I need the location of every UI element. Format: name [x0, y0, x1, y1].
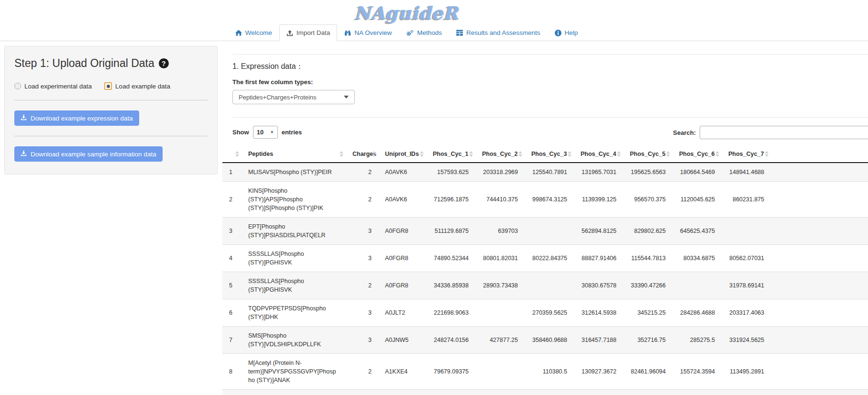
sort-icon[interactable] [765, 151, 769, 157]
cell-phos-cyc-4: 130927.3672 [574, 354, 623, 390]
cell-uniprot-ids: A0AVK6 [378, 163, 426, 182]
column-header-filler [771, 146, 868, 163]
radio-button-selected-icon[interactable] [104, 82, 112, 90]
tab-methods[interactable]: Methods [399, 24, 449, 41]
cell-phos-cyc-5: 956570.375 [623, 182, 672, 218]
column-header-phos-cyc-1[interactable]: Phos_Cyc_1 [426, 146, 475, 163]
cell-phos-cyc-3: 125540.7891 [525, 163, 574, 182]
column-header-label: Phos_Cyc_7 [728, 151, 764, 157]
cell-phos-cyc-5: 829802.625 [623, 218, 672, 245]
column-header-phos-cyc-7[interactable]: Phos_Cyc_7 [722, 146, 771, 163]
cell-filler [771, 299, 868, 327]
column-header-charges[interactable]: Charges [346, 146, 378, 163]
download-sample-information-button[interactable]: Download example sample information data [14, 146, 163, 162]
sort-icon[interactable] [518, 151, 522, 157]
tab-help[interactable]: Help [548, 24, 585, 41]
app-logo: NAguideR [354, 2, 459, 23]
cell-phos-cyc-5: 352716.75 [623, 327, 672, 354]
cell-partial [771, 390, 868, 395]
table-row: 8M[Acetyl (Protein N-term)]NPVYSPGSSGVPY… [222, 354, 868, 390]
column-header-phos-cyc-5[interactable]: Phos_Cyc_5 [623, 146, 672, 163]
column-header-label: Peptides [248, 151, 273, 157]
cell-partial [574, 390, 623, 395]
cell-row-index: 4 [222, 245, 242, 272]
sort-icon[interactable] [666, 151, 670, 157]
cell-phos-cyc-2: 427877.25 [475, 327, 525, 354]
cell-filler [771, 327, 868, 354]
cell-phos-cyc-5: 33390.47266 [623, 272, 672, 299]
column-header-phos-cyc-6[interactable]: Phos_Cyc_6 [672, 146, 722, 163]
cell-phos-cyc-3 [525, 218, 574, 245]
cell-peptides: TQDPVPPETPSDS[Phospho (STY)]DHK [242, 299, 346, 327]
column-header-index[interactable] [222, 146, 242, 163]
download-expression-data-button[interactable]: Download example expression data [14, 110, 139, 126]
sort-icon[interactable] [340, 151, 343, 157]
cell-phos-cyc-2: 28903.73438 [475, 272, 525, 299]
cell-phos-cyc-6: 645625.4375 [672, 218, 722, 245]
cell-phos-cyc-4: 88827.91406 [574, 245, 623, 272]
cell-charges: 3 [346, 245, 378, 272]
divider [232, 117, 868, 118]
cell-phos-cyc-6: 180664.5469 [672, 163, 722, 182]
question-circle-icon[interactable]: ? [159, 58, 169, 68]
sort-icon[interactable] [469, 151, 473, 157]
radio-load-example-data[interactable]: Load example data [104, 82, 170, 90]
sort-icon[interactable] [420, 151, 424, 157]
cell-phos-cyc-7: 203317.4063 [722, 299, 771, 327]
tab-results-assessments[interactable]: Results and Assessments [449, 24, 548, 41]
cell-phos-cyc-5: 115544.7813 [623, 245, 672, 272]
search-input[interactable] [700, 126, 868, 139]
column-header-label: Phos_Cyc_2 [482, 151, 517, 157]
tab-welcome[interactable]: Welcome [228, 24, 279, 41]
panel-title: Step 1: Upload Original Data [14, 57, 154, 70]
column-header-label: Uniprot_IDs [385, 151, 419, 157]
radio-load-experimental-data[interactable]: Load experimental data [14, 83, 92, 90]
table-row-partial [222, 390, 868, 395]
upload-panel: Step 1: Upload Original Data ? Load expe… [4, 46, 218, 175]
cell-filler [771, 245, 868, 272]
page-length-value: 10 [257, 129, 264, 136]
cell-phos-cyc-1: 34336.85938 [426, 272, 475, 299]
cell-phos-cyc-4: 131965.7031 [574, 163, 623, 182]
cell-peptides: SSSSLLAS[Phospho (STY)]PGHISVK [242, 245, 346, 272]
cell-phos-cyc-3: 358460.9688 [525, 327, 574, 354]
home-icon [235, 30, 242, 36]
button-label: Download example sample information data [31, 151, 156, 158]
sort-icon[interactable] [715, 151, 719, 157]
column-header-phos-cyc-4[interactable]: Phos_Cyc_4 [574, 146, 623, 163]
cell-partial [722, 390, 771, 395]
column-header-phos-cyc-2[interactable]: Phos_Cyc_2 [475, 146, 525, 163]
column-header-uniprot-ids[interactable]: Uniprot_IDs [378, 146, 426, 163]
sort-icon[interactable] [617, 151, 621, 157]
tab-import-data[interactable]: Import Data [279, 24, 338, 41]
cell-partial [378, 390, 426, 395]
cell-phos-cyc-5: 82461.96094 [623, 354, 672, 390]
cell-phos-cyc-2 [475, 299, 525, 327]
cell-peptides: SSSSLLAS[Phospho (STY)]PGHISVK [242, 272, 346, 299]
cell-partial [672, 390, 722, 395]
column-types-select[interactable]: Peptides+Charges+Proteins [232, 90, 355, 104]
sort-icon[interactable] [235, 151, 239, 157]
page-length-select[interactable]: 10 ▼ [253, 126, 278, 139]
cell-row-index: 5 [222, 272, 242, 299]
caret-down-icon: ▼ [270, 130, 274, 134]
cell-phos-cyc-1: 221698.9063 [426, 299, 475, 327]
sort-icon[interactable] [568, 151, 571, 157]
table-header-row: PeptidesChargesUniprot_IDsPhos_Cyc_1Phos… [222, 146, 868, 163]
column-header-phos-cyc-3[interactable]: Phos_Cyc_3 [525, 146, 574, 163]
cell-uniprot-ids: A0JLT2 [378, 299, 426, 327]
cell-phos-cyc-3: 80222.84375 [525, 245, 574, 272]
tab-label: NA Overview [354, 29, 392, 36]
cell-phos-cyc-6: 1120045.625 [672, 182, 722, 218]
radio-button-icon[interactable] [14, 83, 21, 89]
cell-partial [346, 390, 378, 395]
tab-na-overview[interactable]: NA Overview [337, 24, 399, 41]
sort-icon[interactable] [372, 151, 376, 157]
radio-label: Load experimental data [24, 83, 92, 90]
column-header-peptides[interactable]: Peptides [242, 146, 346, 163]
cell-phos-cyc-4: 312614.5938 [574, 299, 623, 327]
cell-peptides: M[Acetyl (Protein N-term)]NPVYSPGSSGVPY[… [242, 354, 346, 390]
table-icon [456, 30, 463, 36]
cell-phos-cyc-6: 80334.6875 [672, 245, 722, 272]
cell-phos-cyc-4: 30830.67578 [574, 272, 623, 299]
